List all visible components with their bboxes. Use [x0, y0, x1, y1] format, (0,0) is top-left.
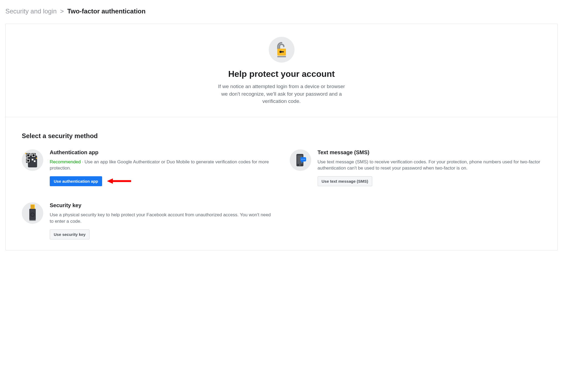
- svg-rect-11: [32, 159, 33, 160]
- two-factor-panel: Help protect your account If we notice a…: [5, 24, 558, 250]
- svg-point-21: [301, 159, 302, 160]
- breadcrumb-parent[interactable]: Security and login: [5, 8, 57, 15]
- security-key-icon: [22, 202, 43, 224]
- svg-rect-10: [27, 160, 29, 162]
- breadcrumb-current: Two-factor authentication: [67, 8, 146, 15]
- svg-rect-26: [32, 205, 33, 208]
- svg-rect-12: [34, 160, 35, 162]
- svg-rect-13: [25, 153, 26, 154]
- svg-rect-31: [29, 220, 36, 221]
- svg-point-19: [299, 164, 300, 166]
- svg-rect-14: [36, 158, 37, 159]
- use-text-message-button[interactable]: Use text message (SMS): [318, 176, 372, 186]
- svg-rect-2: [281, 51, 284, 52]
- methods-section: Select a security method: [6, 117, 557, 250]
- security-key-description: Use a physical security key to help prot…: [50, 212, 274, 225]
- auth-app-description: Recommended · Use an app like Google Aut…: [50, 159, 274, 172]
- svg-marker-16: [107, 178, 113, 184]
- sms-description: Use text message (SMS) to receive verifi…: [318, 159, 542, 172]
- svg-rect-3: [277, 56, 286, 57]
- method-authentication-app: Authentication app Recommended · Use an …: [22, 149, 274, 186]
- separator-dot: ·: [81, 159, 84, 164]
- sms-title: Text message (SMS): [318, 149, 542, 156]
- recommended-label: Recommended: [50, 159, 81, 164]
- authentication-app-icon: [22, 149, 43, 171]
- breadcrumb: Security and login > Two-factor authenti…: [5, 5, 558, 17]
- use-authentication-app-button[interactable]: Use authentication app: [50, 176, 102, 186]
- hero-section: Help protect your account If we notice a…: [6, 24, 557, 117]
- arrow-annotation-icon: [107, 178, 131, 186]
- method-text-message: Text message (SMS) Use text message (SMS…: [290, 149, 542, 186]
- breadcrumb-separator: >: [60, 8, 64, 15]
- hero-title: Help protect your account: [16, 69, 547, 79]
- svg-rect-27: [33, 205, 34, 208]
- method-security-key: Security key Use a physical security key…: [22, 202, 274, 239]
- hero-description: If we notice an attempted login from a d…: [214, 83, 349, 105]
- svg-rect-8: [33, 154, 35, 156]
- svg-rect-25: [31, 205, 32, 208]
- svg-rect-6: [27, 154, 29, 156]
- sms-icon: [290, 149, 311, 171]
- security-key-title: Security key: [50, 202, 274, 208]
- svg-point-22: [303, 159, 303, 160]
- svg-point-23: [304, 159, 305, 160]
- padlock-icon: [269, 37, 295, 63]
- methods-heading: Select a security method: [22, 132, 541, 140]
- svg-point-30: [31, 213, 34, 216]
- use-security-key-button[interactable]: Use security key: [50, 229, 89, 239]
- auth-app-title: Authentication app: [50, 149, 274, 156]
